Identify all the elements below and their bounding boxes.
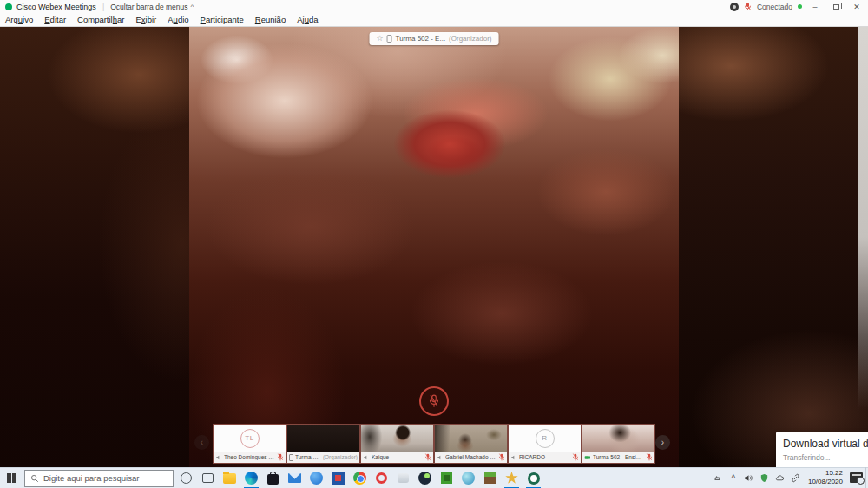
menu-item-1[interactable]: Editar (44, 15, 66, 24)
microsoft-store-icon[interactable] (262, 468, 284, 488)
restore-button[interactable] (828, 1, 844, 13)
menu-item-6[interactable]: Reunião (255, 15, 286, 24)
speaker-icon (437, 454, 444, 461)
globe-app-icon[interactable] (457, 468, 479, 488)
mobile-device-icon (387, 35, 392, 43)
security-shield-icon[interactable] (760, 472, 770, 483)
participant-video (582, 425, 654, 452)
meeting-info-icon[interactable] (730, 3, 739, 11)
touch-keyboard-icon[interactable] (850, 472, 863, 483)
filmstrip-scroll-right-button[interactable]: › (655, 435, 670, 450)
participant-label: Gabriel Machado Lemos (435, 452, 507, 463)
menu-item-0[interactable]: Arquivo (5, 15, 33, 24)
hide-menubar-toggle[interactable]: Ocultar barra de menus ^ (110, 3, 194, 11)
participant-name: RICARDO (519, 454, 570, 460)
paint3d-glyph (398, 473, 409, 483)
participant-tile[interactable]: Turma 502 - Ensino Funda... (582, 424, 655, 464)
start-button[interactable] (0, 468, 24, 488)
download-title: Download virtual de p (783, 438, 868, 450)
task-view-glyph (202, 473, 214, 483)
chevron-left-icon: ‹ (201, 439, 203, 447)
mic-muted-icon (424, 453, 431, 461)
participant-video (287, 425, 359, 452)
close-button[interactable]: ✕ (849, 1, 865, 13)
hidden-icons-chevron[interactable]: ^ (728, 472, 739, 483)
mic-muted-icon (646, 453, 653, 461)
participant-name: Turma 502 - Ensi... (295, 454, 321, 460)
globe-app-glyph (462, 472, 475, 485)
participant-tile[interactable]: Gabriel Machado Lemos (434, 424, 508, 464)
green-ring-app-icon[interactable] (523, 468, 544, 488)
taskbar-clock[interactable]: 15:22 10/08/2020 (808, 469, 843, 486)
active-speaker-pill[interactable]: ☆ Turma 502 - E... (Organizador) (370, 32, 499, 45)
participant-video (361, 425, 433, 452)
minecraft-icon[interactable] (479, 468, 501, 488)
participant-name: Theo Domingues Leal (Eu) (224, 454, 275, 460)
link-connection-icon[interactable] (791, 472, 801, 483)
participant-label: Turma 502 - Ensino Funda... (582, 452, 654, 463)
photos-icon[interactable] (327, 468, 349, 488)
connection-indicator-icon (798, 4, 802, 9)
hide-menubar-label: Ocultar barra de menus (110, 3, 187, 11)
search-input[interactable] (43, 473, 168, 483)
taskbar-app-icons (175, 468, 544, 488)
participant-name: Kaique (372, 454, 423, 460)
menu-item-7[interactable]: Ajuda (297, 15, 318, 24)
edge-glyph (245, 472, 258, 485)
system-tray: ^ 15:22 10/08/2020 (713, 467, 868, 488)
filmstrip-scroll-left-button[interactable]: ‹ (194, 435, 209, 450)
participant-label: Turma 502 - Ensi... (Organizador) (287, 452, 359, 463)
participant-name: Turma 502 - Ensino Funda... (593, 454, 644, 460)
muted-mic-icon[interactable] (744, 2, 752, 11)
download-notification[interactable]: Download virtual de p Transferindo... (776, 432, 868, 467)
menu-item-5[interactable]: Participante (201, 15, 244, 24)
video-backdrop-left (0, 27, 189, 467)
volume-icon[interactable] (744, 472, 754, 483)
speaker-icon (215, 454, 222, 461)
mic-muted-icon (572, 453, 579, 461)
participant-tile[interactable]: Kaique (360, 424, 434, 464)
camera-icon (584, 454, 591, 461)
opera-icon[interactable] (371, 468, 392, 488)
participant-label: Theo Domingues Leal (Eu) (214, 452, 286, 463)
steam-glyph (418, 472, 431, 485)
game-green-icon[interactable] (436, 468, 457, 488)
video-stage: ☆ Turma 502 - E... (Organizador) ‹ › TL (0, 27, 868, 467)
title-bar: Cisco Webex Meetings | Ocultar barra de … (0, 0, 868, 13)
favorite-star-icon[interactable]: ☆ (377, 35, 384, 43)
menubar: ArquivoEditarCompartilharExibirÁudioPart… (0, 13, 868, 27)
edge-icon[interactable] (240, 468, 262, 488)
participant-tile[interactable]: Turma 502 - Ensi... (Organizador) (286, 424, 360, 464)
cast-device-icon[interactable] (713, 472, 723, 483)
cortana-icon[interactable] (175, 468, 197, 488)
avatar: TL (240, 429, 260, 448)
mic-muted-icon (277, 453, 284, 461)
cortana-glyph (181, 472, 192, 484)
participant-tile[interactable]: TL Theo Domingues Leal (Eu) (213, 424, 286, 464)
chrome-icon[interactable] (349, 468, 371, 488)
minimize-button[interactable]: – (807, 1, 823, 13)
webex-window: Cisco Webex Meetings | Ocultar barra de … (0, 0, 868, 488)
chevron-right-icon: › (661, 439, 664, 447)
onedrive-cloud-icon[interactable] (775, 472, 786, 483)
taskbar-search[interactable] (24, 470, 174, 487)
participant-tile[interactable]: R RICARDO (508, 424, 582, 464)
menu-item-4[interactable]: Áudio (168, 15, 188, 24)
menu-item-3[interactable]: Exibir (135, 15, 156, 24)
star-app-icon[interactable] (501, 468, 523, 488)
microsoft-store-glyph (267, 474, 279, 485)
menu-item-2[interactable]: Compartilhar (77, 15, 124, 24)
paint3d-icon[interactable] (392, 468, 414, 488)
file-explorer-icon[interactable] (219, 468, 240, 488)
participant-name: Gabriel Machado Lemos (445, 454, 496, 460)
mute-indicator-button[interactable] (419, 386, 449, 416)
mobile-device-icon (289, 454, 293, 461)
task-view-icon[interactable] (197, 468, 219, 488)
video-backdrop-right (679, 27, 868, 467)
skype-icon[interactable] (306, 468, 327, 488)
active-speaker-name: Turma 502 - E... (396, 35, 446, 43)
mail-icon[interactable] (284, 468, 306, 488)
video-edge-strip (858, 27, 868, 409)
speaker-icon (510, 454, 517, 461)
steam-icon[interactable] (414, 468, 436, 488)
